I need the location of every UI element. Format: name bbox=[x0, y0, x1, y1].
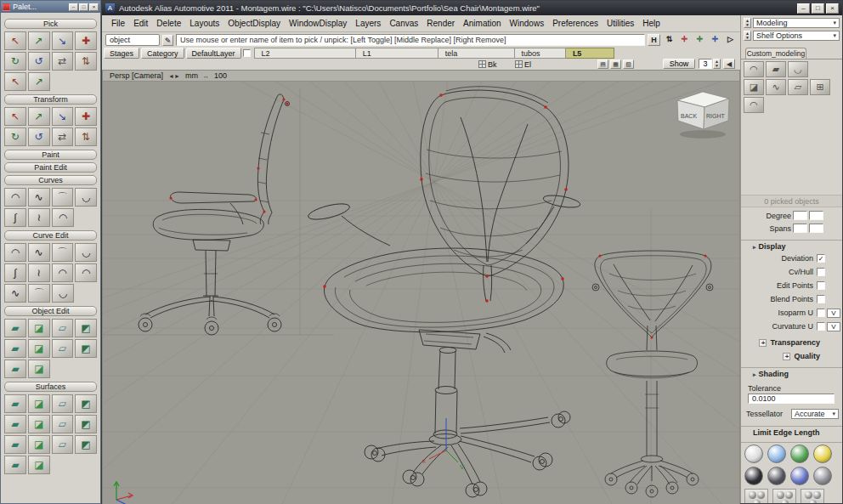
shelf-tool-icon[interactable]: ◡ bbox=[788, 61, 808, 77]
palette-tool-icon[interactable]: ▰ bbox=[4, 435, 26, 454]
v-dropdown-isoparm-u[interactable]: V bbox=[827, 309, 840, 318]
count-spinner[interactable]: ▲▼ bbox=[713, 59, 721, 69]
menu-layouts[interactable]: Layouts bbox=[185, 17, 223, 30]
material-sphere-icon[interactable] bbox=[813, 467, 832, 485]
palette-tool-icon[interactable]: ✚ bbox=[75, 31, 97, 50]
material-sphere-icon[interactable] bbox=[744, 445, 763, 463]
palette-tool-icon[interactable]: ⌒ bbox=[52, 243, 74, 262]
palette-tool-icon[interactable]: ◩ bbox=[75, 339, 97, 358]
category-button[interactable]: Category bbox=[141, 48, 184, 59]
palette-tool-icon[interactable]: ▰ bbox=[4, 360, 26, 378]
checkbox-isoparm-u[interactable] bbox=[817, 309, 825, 317]
palette-tool-icon[interactable]: ◪ bbox=[28, 415, 50, 433]
palette-tool-icon[interactable]: ≀ bbox=[28, 208, 50, 227]
palette-tool-icon[interactable]: ✚ bbox=[75, 107, 97, 126]
material-sphere-icon[interactable] bbox=[744, 467, 763, 485]
shelf-tool-icon[interactable]: ▱ bbox=[788, 79, 808, 95]
viewport-layout-icon-2[interactable]: ▦ bbox=[610, 59, 621, 69]
main-titlebar[interactable]: A Autodesk Alias Automotive 2011 - Monta… bbox=[102, 1, 842, 15]
shelf-tool-icon[interactable]: ◪ bbox=[744, 79, 764, 95]
show-button[interactable]: Show bbox=[663, 59, 695, 69]
palette-section-paint-edit[interactable]: Paint Edit bbox=[4, 162, 97, 173]
palette-tool-icon[interactable]: ↗ bbox=[28, 107, 50, 126]
palette-tool-icon[interactable]: ↻ bbox=[4, 52, 26, 71]
palette-tool-icon[interactable]: ◡ bbox=[75, 243, 97, 262]
material-sphere-icon[interactable] bbox=[813, 445, 832, 463]
control-points[interactable] bbox=[323, 93, 568, 303]
palette-tool-icon[interactable]: ↺ bbox=[28, 127, 50, 146]
material-sphere-icon[interactable] bbox=[781, 500, 789, 504]
default-layer-checkbox[interactable] bbox=[243, 49, 251, 57]
palette-tool-icon[interactable]: ↖ bbox=[4, 31, 26, 50]
palette-section-surfaces[interactable]: Surfaces bbox=[4, 382, 97, 392]
palette-tool-icon[interactable]: ↖ bbox=[4, 72, 26, 91]
arrows-updown-icon[interactable]: ⇅ bbox=[663, 34, 676, 46]
checkbox-edit-points[interactable] bbox=[817, 281, 825, 290]
shelf-tool-icon[interactable]: ◠ bbox=[744, 97, 764, 113]
stages-button[interactable]: Stages bbox=[104, 48, 139, 59]
palette-tool-icon[interactable]: ◩ bbox=[75, 394, 97, 413]
palette-tool-icon[interactable]: ◩ bbox=[75, 319, 97, 337]
sphere-trio-icon[interactable] bbox=[772, 489, 796, 503]
menu-windowdisplay[interactable]: WindowDisplay bbox=[285, 17, 351, 30]
limit-edge-header[interactable]: Limit Edge Length bbox=[741, 426, 842, 438]
menu-canvas[interactable]: Canvas bbox=[385, 17, 422, 30]
palette-tool-icon[interactable]: ▰ bbox=[4, 319, 26, 337]
window-close-icon[interactable]: × bbox=[826, 3, 839, 14]
palette-tool-icon[interactable]: ⇅ bbox=[75, 127, 97, 146]
palette-tool-icon[interactable]: ◪ bbox=[28, 319, 50, 337]
shelf-cycle-icon[interactable]: ▲▼ bbox=[744, 31, 751, 41]
palette-tool-icon[interactable]: ◩ bbox=[75, 435, 97, 454]
palette-tool-icon[interactable]: ▱ bbox=[52, 319, 74, 337]
play-icon[interactable]: ▷ bbox=[724, 34, 737, 46]
material-sphere-icon[interactable] bbox=[785, 491, 793, 499]
viewcube-right-label[interactable]: RIGHT bbox=[706, 113, 726, 119]
pivot-axis-icon-2[interactable]: ✛ bbox=[693, 34, 706, 46]
palette-section-curve-edit[interactable]: Curve Edit bbox=[4, 230, 97, 241]
palette-tool-icon[interactable]: ◠ bbox=[4, 188, 26, 207]
pivot-axis-icon-1[interactable]: ✛ bbox=[678, 34, 691, 46]
palette-tool-icon[interactable]: ◠ bbox=[75, 263, 97, 282]
menu-layers[interactable]: Layers bbox=[351, 17, 385, 30]
v-dropdown-curvature-u[interactable]: V bbox=[827, 322, 840, 331]
palette-tool-icon[interactable]: ↘ bbox=[52, 107, 74, 126]
display-section-header[interactable]: ▸Display bbox=[741, 240, 842, 252]
shelf-cycle-icon[interactable]: ▲▼ bbox=[744, 18, 751, 28]
material-sphere-icon[interactable] bbox=[767, 445, 786, 463]
menu-utilities[interactable]: Utilities bbox=[603, 17, 638, 30]
palette-tool-icon[interactable]: ↘ bbox=[52, 31, 74, 50]
spans-field-1[interactable] bbox=[793, 224, 807, 233]
quality-section[interactable]: + Quality bbox=[741, 352, 820, 360]
palette-tool-icon[interactable]: ∫ bbox=[4, 208, 26, 227]
palette-close-icon[interactable]: × bbox=[89, 3, 99, 11]
modeling-dropdown[interactable]: Modeling ▾ bbox=[753, 18, 840, 28]
view-count-field[interactable]: 3 bbox=[699, 59, 712, 69]
material-sphere-icon[interactable] bbox=[749, 491, 756, 499]
palette-tool-icon[interactable]: ▱ bbox=[52, 435, 74, 454]
menu-objectdisplay[interactable]: ObjectDisplay bbox=[223, 17, 285, 30]
transparency-section[interactable]: + Transparency bbox=[741, 338, 820, 347]
chair-side-view-wireframe[interactable] bbox=[139, 94, 290, 335]
palette-tool-icon[interactable]: ◪ bbox=[28, 435, 50, 454]
viewport-layout-icon-1[interactable]: ▤ bbox=[597, 59, 608, 69]
palette-tool-icon[interactable]: ◪ bbox=[28, 394, 50, 413]
material-sphere-icon[interactable] bbox=[805, 491, 812, 499]
background-toggle[interactable]: Bk bbox=[478, 59, 497, 69]
prompt-line-field[interactable]: Use mouse or enter name of item to pick … bbox=[176, 34, 645, 46]
material-sphere-icon[interactable] bbox=[753, 500, 761, 504]
menu-windows[interactable]: Windows bbox=[506, 17, 549, 30]
palette-maximize-icon[interactable]: □ bbox=[79, 3, 88, 11]
palette-tool-icon[interactable]: ∿ bbox=[28, 188, 50, 207]
degree-field-2[interactable] bbox=[809, 211, 823, 220]
shading-section-header[interactable]: ▸Shading bbox=[741, 367, 842, 379]
shelf-options-dropdown[interactable]: Shelf Options ▾ bbox=[753, 31, 840, 41]
palette-section-transform[interactable]: Transform bbox=[4, 94, 97, 105]
palette-tool-icon[interactable]: ◪ bbox=[28, 360, 50, 378]
chair-perspective-wireframe[interactable] bbox=[307, 87, 581, 497]
menu-help[interactable]: Help bbox=[638, 17, 665, 30]
palette-tool-icon[interactable]: ↗ bbox=[28, 31, 50, 50]
material-sphere-icon[interactable] bbox=[777, 491, 784, 499]
palette-tool-icon[interactable]: ∫ bbox=[4, 263, 26, 282]
palette-tool-icon[interactable]: ◡ bbox=[75, 188, 97, 207]
palette-section-curves[interactable]: Curves bbox=[4, 175, 97, 185]
